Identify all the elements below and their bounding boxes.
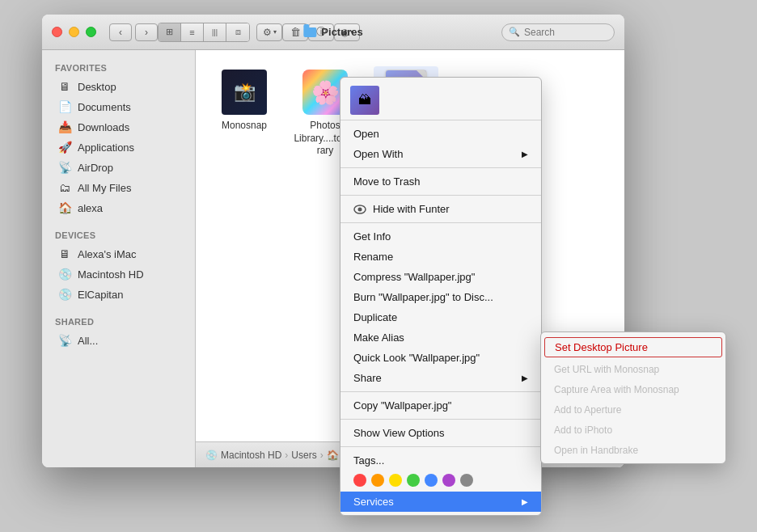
show-view-options-label: Show View Options xyxy=(353,427,445,439)
list-view-button[interactable]: ≡ xyxy=(181,23,204,41)
sidebar-item-documents[interactable]: 📄 Documents xyxy=(45,97,192,116)
menu-item-services[interactable]: Services ▶ xyxy=(340,492,541,512)
breadcrumb-sep-2: › xyxy=(320,450,324,461)
title-bar: ‹ › ⊞ ≡ ||| ⧈ ⚙ ▾ 🗑 xyxy=(42,15,624,50)
back-icon: ‹ xyxy=(119,27,122,38)
menu-item-duplicate[interactable]: Duplicate xyxy=(340,307,541,327)
tag-blue[interactable] xyxy=(425,474,438,487)
search-icon: 🔍 xyxy=(509,27,520,37)
tag-purple[interactable] xyxy=(442,474,455,487)
menu-item-hide-funter[interactable]: Hide with Funter xyxy=(340,199,541,219)
menu-item-move-to-trash[interactable]: Move to Trash xyxy=(340,171,541,192)
close-button[interactable] xyxy=(52,27,62,37)
column-view-icon: ||| xyxy=(212,28,218,36)
title-folder-icon xyxy=(303,27,316,37)
separator-3 xyxy=(340,222,541,223)
sidebar-item-downloads[interactable]: 📥 Downloads xyxy=(45,117,192,137)
sidebar-item-desktop[interactable]: 🖥 Desktop xyxy=(45,77,192,96)
menu-item-rename[interactable]: Rename xyxy=(340,247,541,267)
hide-funter-label: Hide with Funter xyxy=(373,203,450,215)
arrange-button[interactable]: ⚙ ▾ xyxy=(256,23,282,41)
services-handbrake[interactable]: Open in Handbrake xyxy=(541,440,725,460)
menu-item-share[interactable]: Share ▶ xyxy=(340,368,541,388)
sidebar-item-elcapitan[interactable]: 💿 ElCapitan xyxy=(45,285,192,304)
rename-label: Rename xyxy=(353,251,393,263)
menu-item-make-alias[interactable]: Make Alias xyxy=(340,327,541,348)
menu-item-open-with[interactable]: Open With ▶ xyxy=(340,144,541,164)
sidebar-item-label: Macintosh HD xyxy=(78,268,144,281)
tag-orange[interactable] xyxy=(371,474,384,487)
sidebar-item-label: ElCapitan xyxy=(78,289,123,301)
search-input[interactable] xyxy=(524,27,607,38)
breadcrumb-hd: Macintosh HD xyxy=(221,450,281,461)
services-add-iphoto[interactable]: Add to iPhoto xyxy=(541,420,725,440)
sidebar-item-applications[interactable]: 🚀 Applications xyxy=(45,137,192,157)
services-set-desktop-picture[interactable]: Set Desktop Picture xyxy=(544,337,722,357)
sidebar-item-airdrop[interactable]: 📡 AirDrop xyxy=(45,158,192,177)
desktop-icon: 🖥 xyxy=(58,80,71,93)
menu-item-copy[interactable]: Copy "Wallpaper.jpg" xyxy=(340,395,541,416)
sidebar-item-macintosh-hd[interactable]: 💿 Macintosh HD xyxy=(45,264,192,284)
back-button[interactable]: ‹ xyxy=(109,23,132,41)
sidebar-item-label: Alexa's iMac xyxy=(78,248,137,260)
minimize-button[interactable] xyxy=(69,27,79,37)
icon-view-button[interactable]: ⊞ xyxy=(159,23,181,41)
search-box[interactable]: 🔍 xyxy=(501,23,615,41)
menu-item-show-view-options[interactable]: Show View Options xyxy=(340,423,541,443)
tag-color-dots xyxy=(340,471,541,492)
menu-item-get-info[interactable]: Get Info xyxy=(340,226,541,247)
context-menu: 🏔 Open Open With ▶ Move to Trash Hide wi… xyxy=(340,77,542,516)
menu-item-burn[interactable]: Burn "Wallpaper.jpg" to Disc... xyxy=(340,287,541,307)
sidebar: Favorites 🖥 Desktop 📄 Documents 📥 Downlo… xyxy=(42,50,196,467)
services-label: Services xyxy=(353,496,394,508)
menu-item-compress[interactable]: Compress "Wallpaper.jpg" xyxy=(340,267,541,287)
sidebar-item-label: Desktop xyxy=(78,81,116,93)
menu-item-quick-look[interactable]: Quick Look "Wallpaper.jpg" xyxy=(340,348,541,368)
services-get-url[interactable]: Get URL with Monosnap xyxy=(541,359,725,379)
breadcrumb-users: Users xyxy=(291,450,316,461)
sidebar-item-alexa[interactable]: 🏠 alexa xyxy=(45,198,192,217)
services-capture-area[interactable]: Capture Area with Monosnap xyxy=(541,379,725,399)
services-add-aperture[interactable]: Add to Aperture xyxy=(541,399,725,420)
get-info-label: Get Info xyxy=(353,230,391,243)
forward-button[interactable]: › xyxy=(135,23,158,41)
applications-icon: 🚀 xyxy=(58,141,71,154)
move-to-trash-label: Move to Trash xyxy=(353,175,420,188)
separator-4 xyxy=(340,391,541,392)
list-view-icon: ≡ xyxy=(189,27,194,37)
elcapitan-icon: 💿 xyxy=(58,288,71,301)
separator-5 xyxy=(340,419,541,420)
handbrake-label: Open in Handbrake xyxy=(554,445,638,456)
open-label: Open xyxy=(353,128,379,140)
sidebar-item-label: AirDrop xyxy=(78,162,113,174)
hide-funter-content: Hide with Funter xyxy=(353,203,450,215)
tag-green[interactable] xyxy=(407,474,420,487)
preview-thumb: 🏔 xyxy=(350,86,379,115)
maximize-button[interactable] xyxy=(86,27,96,37)
downloads-icon: 📥 xyxy=(58,120,71,133)
sidebar-item-label: All... xyxy=(78,335,98,347)
file-item-monosnap[interactable]: 📸 Monosnap xyxy=(212,66,277,136)
sidebar-item-all-my-files[interactable]: 🗂 All My Files xyxy=(45,178,192,197)
breadcrumb-alexa-icon: 🏠 xyxy=(327,450,339,461)
sidebar-item-all-shared[interactable]: 📡 All... xyxy=(45,331,192,350)
share-arrow-icon: ▶ xyxy=(522,374,528,382)
tag-gray[interactable] xyxy=(460,474,473,487)
tag-red[interactable] xyxy=(353,474,366,487)
open-with-label: Open With xyxy=(353,148,403,160)
duplicate-label: Duplicate xyxy=(353,311,397,323)
breadcrumb-hd-icon: 💿 xyxy=(205,450,218,461)
column-view-button[interactable]: ||| xyxy=(204,23,226,41)
shared-section-title: Shared xyxy=(42,314,195,330)
coverflow-view-button[interactable]: ⧈ xyxy=(226,23,249,41)
menu-item-open[interactable]: Open xyxy=(340,124,541,144)
tag-yellow[interactable] xyxy=(389,474,402,487)
sidebar-item-label: All My Files xyxy=(78,182,131,194)
add-aperture-label: Add to Aperture xyxy=(554,404,621,416)
menu-item-tags[interactable]: Tags... xyxy=(340,450,541,471)
trash-icon: 🗑 xyxy=(290,26,301,38)
services-submenu: Set Desktop Picture Get URL with Monosna… xyxy=(540,331,726,464)
toolbar-right: 🔍 xyxy=(501,23,615,41)
sidebar-item-alexas-imac[interactable]: 🖥 Alexa's iMac xyxy=(45,244,192,264)
file-name-monosnap: Monosnap xyxy=(222,120,267,133)
